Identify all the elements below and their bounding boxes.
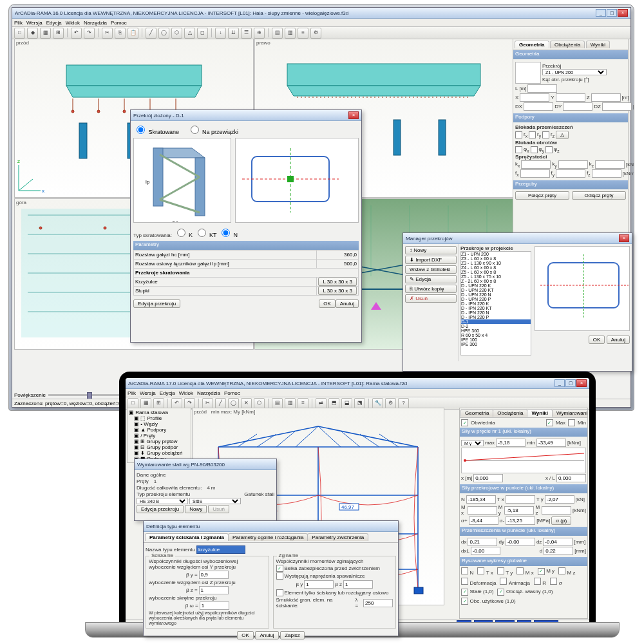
menu-item[interactable]: Wersja <box>140 390 156 396</box>
beta-y-input[interactable] <box>199 571 229 579</box>
x-input[interactable] <box>520 93 549 102</box>
tab-results[interactable]: Wyniki <box>586 41 610 48</box>
cb[interactable] <box>500 578 507 585</box>
cb[interactable]: ✓ <box>276 565 283 572</box>
cb-min[interactable] <box>568 419 575 426</box>
tool-icon[interactable]: ▥ <box>285 398 296 409</box>
tab[interactable]: Parametry zwichrzenia <box>307 533 368 541</box>
menu-item[interactable]: Widok <box>66 20 80 26</box>
tool-icon[interactable]: ⬡ <box>254 398 265 409</box>
min-val[interactable] <box>536 439 566 447</box>
menu-item[interactable]: Wersja <box>26 20 43 26</box>
tool-icon[interactable]: ? <box>398 398 409 409</box>
steel-select[interactable]: St0S <box>189 498 241 504</box>
menu-item[interactable]: Edycja <box>46 20 62 26</box>
cb[interactable] <box>550 578 557 585</box>
tool-icon[interactable]: ⬓ <box>341 398 352 409</box>
close-icon[interactable]: × <box>619 234 629 242</box>
param-input[interactable]: 360,0 <box>317 251 359 260</box>
cb[interactable] <box>497 567 504 574</box>
param-input[interactable]: 500,0 <box>317 260 359 269</box>
disconnect-bars-btn[interactable]: Odłącz pręty <box>572 191 626 200</box>
maximize-icon[interactable]: ▢ <box>607 9 617 17</box>
L-input[interactable] <box>527 84 557 93</box>
tool-icon[interactable]: ≡ <box>298 28 308 39</box>
mgr-new-btn[interactable]: ↕ Nowy <box>405 246 457 254</box>
cb[interactable] <box>461 578 468 585</box>
section-btn[interactable]: L 30 x 30 x 3 <box>318 287 357 295</box>
lambda-input[interactable] <box>363 599 393 607</box>
menu-item[interactable]: Narzędzia <box>84 20 107 26</box>
tool-icon[interactable]: ≡ <box>298 398 308 409</box>
cb[interactable] <box>558 567 565 574</box>
new-btn[interactable]: Nowy <box>185 505 207 513</box>
tool-icon[interactable]: ▦ <box>40 28 51 39</box>
menu-item[interactable]: Narzędzia <box>197 390 220 396</box>
cb[interactable] <box>515 146 522 153</box>
dx-input[interactable] <box>524 102 553 111</box>
mgr-copy-btn[interactable]: ⎘ Utwórz kopię <box>405 285 457 293</box>
tool-icon[interactable]: □ <box>14 28 25 39</box>
minimize-icon[interactable]: _ <box>596 9 606 17</box>
tool-icon[interactable]: ⊞ <box>153 398 164 409</box>
mgr-lib-btn[interactable]: Wstaw z biblioteki <box>405 265 457 274</box>
tool-icon[interactable]: ◆ <box>27 28 38 39</box>
ok-button[interactable]: OK <box>319 299 336 308</box>
tool-icon[interactable]: ↷ <box>184 398 195 409</box>
menu-item[interactable]: Plik <box>128 390 136 396</box>
profile-select[interactable]: Z1 - UPN 200 <box>542 69 607 75</box>
tool-icon[interactable]: ◻ <box>197 28 208 39</box>
cb[interactable] <box>531 146 538 153</box>
cb[interactable] <box>534 578 541 585</box>
tool-icon[interactable]: ▤ <box>272 28 283 39</box>
beta-w-input[interactable] <box>200 601 229 610</box>
tool-icon[interactable]: ⚙ <box>310 28 321 39</box>
tool-icon[interactable]: ⬡ <box>171 28 182 39</box>
tool-icon[interactable]: ☰ <box>241 28 252 39</box>
tab[interactable]: Obciążenia <box>493 409 527 417</box>
tool-icon[interactable]: 🔧 <box>372 398 383 409</box>
tool-icon[interactable]: △ <box>184 28 195 39</box>
tab-geometry[interactable]: Geometria <box>515 41 549 48</box>
close-icon[interactable]: × <box>576 379 587 387</box>
menu-item[interactable]: Pomoc <box>224 390 240 396</box>
tool-icon[interactable]: ⎘ <box>115 28 126 39</box>
tool-icon[interactable]: ◯ <box>158 28 169 39</box>
tool-icon[interactable]: ✕ <box>241 398 252 409</box>
edit-section-btn[interactable]: Edycja przekroju <box>133 299 180 308</box>
cb[interactable] <box>542 131 549 138</box>
close-icon[interactable]: × <box>618 9 628 17</box>
cb[interactable] <box>516 567 524 574</box>
tab[interactable]: Wyniki <box>527 409 553 417</box>
tool-icon[interactable]: ⊞ <box>53 28 64 39</box>
menu-item[interactable]: Widok <box>179 390 193 396</box>
ok-button[interactable]: OK <box>237 631 254 639</box>
tool-icon[interactable]: ✂ <box>202 398 213 409</box>
tab[interactable]: Geometria <box>460 409 493 417</box>
connect-bars-btn[interactable]: Połącz pręty <box>515 191 569 200</box>
menu-item[interactable]: Edycja <box>160 390 175 396</box>
dz-input[interactable] <box>602 102 632 111</box>
cb-max[interactable]: ✓ <box>546 419 553 426</box>
tool-icon[interactable]: ↶ <box>71 28 82 39</box>
tool-icon[interactable]: ↶ <box>171 398 182 409</box>
tool-icon[interactable]: ⚙ <box>385 398 396 409</box>
edit-section-btn[interactable]: Edycja przekroju <box>137 505 184 513</box>
save-button[interactable]: Zapisz <box>280 631 305 639</box>
tab[interactable]: Parametry ogólne i rozciągania <box>228 533 308 541</box>
z-input[interactable] <box>591 93 621 102</box>
support-icon-btn[interactable]: △ <box>556 131 569 139</box>
radio-przewiazki[interactable]: Na przewiązki <box>187 129 239 135</box>
maximize-icon[interactable]: ▢ <box>565 379 576 387</box>
tool-icon[interactable]: ▥ <box>285 28 296 39</box>
tool-icon[interactable]: ↓ <box>215 28 226 39</box>
radio-k[interactable]: K <box>174 232 193 238</box>
beta-z-input[interactable] <box>199 586 229 594</box>
tool-icon[interactable]: □ <box>128 398 138 409</box>
cb[interactable]: ✓ <box>538 568 545 575</box>
minimize-icon[interactable]: _ <box>554 379 565 387</box>
cb[interactable] <box>276 589 283 596</box>
tab[interactable]: Wymiarowanie <box>552 409 588 417</box>
radio-kt[interactable]: KT <box>194 232 217 238</box>
tab[interactable]: Parametry ściskania i zginania <box>145 533 229 541</box>
